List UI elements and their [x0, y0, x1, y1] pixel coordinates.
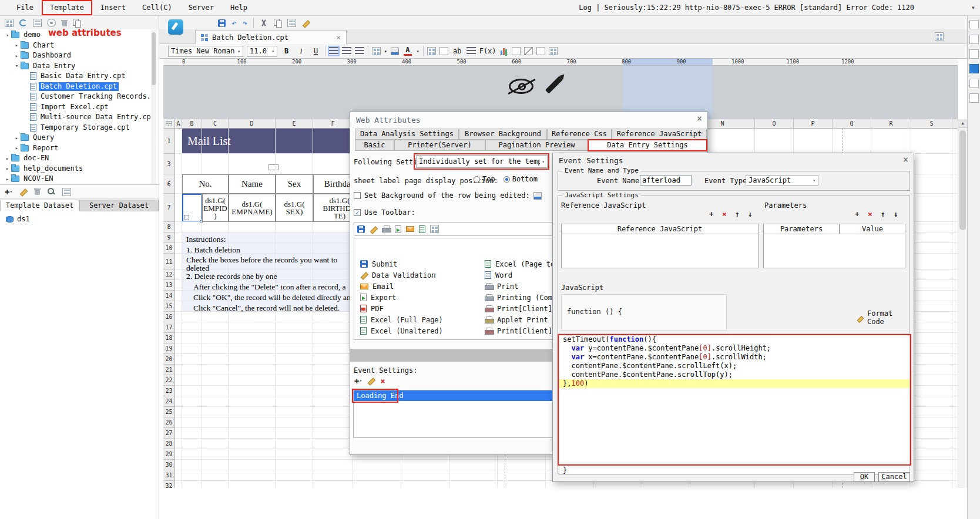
set-background-checkbox[interactable]	[354, 192, 361, 199]
panel-divider[interactable]	[159, 16, 159, 519]
align-left-icon[interactable]	[329, 47, 338, 55]
row-header-27[interactable]: 27	[163, 428, 174, 439]
validate-icon[interactable]	[370, 225, 377, 233]
hyperlink-icon[interactable]	[969, 93, 979, 103]
report-header-cell-sex[interactable]: Sex	[276, 174, 313, 194]
tree-item-ncov-en[interactable]: ▸NCOV-EN	[0, 174, 150, 184]
format-painter-icon[interactable]	[302, 19, 310, 27]
remove-icon[interactable]: ×	[865, 210, 875, 218]
tab-pagination-preview[interactable]: Pagination Preview	[485, 140, 588, 151]
widget-settings-icon[interactable]	[969, 64, 979, 73]
row-header-9[interactable]: 9	[163, 232, 174, 243]
column-header-r[interactable]: R	[871, 119, 911, 128]
tree-item-customer-tracking-records-cpt[interactable]: Customer Tracking Records.cpt	[0, 92, 150, 102]
chevron-down-icon[interactable]	[971, 0, 975, 16]
font-family-select[interactable]: Times New Roman	[168, 46, 243, 57]
event-name-input[interactable]	[640, 175, 692, 186]
event-type-select[interactable]: JavaScript	[746, 175, 818, 186]
tree-item-batch-deletion-cpt[interactable]: Batch Deletion.cpt	[0, 82, 150, 92]
expand-arrow-icon[interactable]: ▸	[13, 53, 21, 59]
merge-cells-icon[interactable]	[427, 47, 436, 55]
preview-dataset-icon[interactable]	[48, 188, 55, 196]
new-template-icon[interactable]	[5, 19, 14, 27]
switch-view-icon[interactable]	[935, 32, 944, 41]
cancel-button[interactable]: Cancel	[878, 472, 910, 482]
parameters-table-body[interactable]	[763, 234, 905, 268]
move-up-icon[interactable]: ↑	[878, 210, 888, 218]
row-header-25[interactable]: 25	[163, 407, 174, 417]
select-all-corner[interactable]	[163, 119, 175, 129]
row-header-17[interactable]: 17	[163, 322, 174, 333]
tree-item-query[interactable]: ▸Query	[0, 133, 150, 143]
edit-icon-image[interactable]	[545, 76, 563, 93]
insert-chart-icon[interactable]	[500, 48, 508, 55]
row-header-10[interactable]: 10	[163, 243, 174, 254]
row-header-16[interactable]: 16	[163, 312, 174, 322]
scrollbar-thumb[interactable]	[959, 130, 966, 230]
dataset-item-ds1[interactable]: ds1	[0, 211, 159, 227]
view-list-icon[interactable]	[33, 19, 42, 27]
border-icon[interactable]	[372, 47, 381, 55]
report-data-cell[interactable]: ds1.G( EMPNAME)	[229, 194, 276, 222]
shrink-text-button[interactable]: ab	[452, 46, 463, 57]
tab-reference-css[interactable]: Reference Css	[547, 129, 612, 140]
tab-reference-javascript[interactable]: Reference JavaScript	[612, 129, 707, 140]
expand-arrow-icon[interactable]: ▸	[13, 135, 21, 141]
row-header-6[interactable]: 6	[163, 174, 174, 194]
undo-icon[interactable]: ↶	[231, 19, 236, 27]
tree-item-temporary-storage-cpt[interactable]: Temporary Storage.cpt	[0, 123, 150, 133]
tree-item-report[interactable]: ▸Report	[0, 143, 150, 154]
radio-icon[interactable]	[504, 176, 510, 183]
row-header-14[interactable]: 14	[163, 291, 174, 301]
column-header-f[interactable]: F	[313, 119, 353, 128]
toolbar-item-pdf[interactable]: PDF	[360, 303, 384, 314]
row-header-13[interactable]: 13	[163, 280, 174, 291]
row-header-24[interactable]: 24	[163, 396, 174, 407]
insert-widget-icon[interactable]	[549, 47, 558, 55]
collapse-arrow-icon[interactable]: ▾	[4, 32, 11, 38]
bold-button[interactable]: B	[281, 46, 292, 57]
dataset-tab-server-dataset[interactable]: Server Dataset	[79, 200, 159, 211]
toolbar-item-excel-full-page[interactable]: Excel (Full Page)	[360, 314, 443, 325]
radio-bottom[interactable]: Bottom	[504, 175, 538, 183]
javascript-code-editor[interactable]: setTimeout(function(){ var y=contentPane…	[559, 333, 910, 475]
toolbar-item-print[interactable]: Print	[485, 281, 518, 292]
tab-data-entry-settings[interactable]: Data Entry Settings	[588, 140, 707, 151]
column-header-p[interactable]: P	[794, 119, 833, 128]
column-header-a[interactable]: A	[175, 119, 182, 128]
insert-image-icon[interactable]	[512, 47, 521, 55]
vertical-scrollbar[interactable]	[958, 119, 967, 488]
redo-icon[interactable]: ↷	[242, 19, 247, 27]
column-header-e[interactable]: E	[276, 119, 313, 128]
tree-scrollbar[interactable]	[151, 30, 156, 184]
row-header-26[interactable]: 26	[163, 417, 174, 428]
close-icon[interactable]	[697, 114, 702, 123]
floating-element-icon[interactable]	[969, 49, 979, 59]
following-settings-select[interactable]: Individually set for the template	[416, 155, 548, 168]
tab-batch-deletion[interactable]: Batch Deletion.cpt	[195, 30, 347, 44]
column-header-s[interactable]: S	[911, 119, 952, 128]
paste-icon[interactable]	[287, 19, 296, 27]
insert-shape-icon[interactable]	[536, 47, 545, 55]
tab-printer-server[interactable]: Printer(Server)	[394, 140, 485, 151]
move-down-icon[interactable]: ↓	[891, 210, 901, 218]
ok-button[interactable]: OK	[854, 472, 875, 482]
add-event-button[interactable]: +▾	[354, 378, 362, 385]
scroll-up-icon[interactable]	[958, 119, 967, 128]
expand-arrow-icon[interactable]: ▸	[4, 156, 11, 161]
add-icon[interactable]: +	[853, 210, 862, 218]
tab-basic[interactable]: Basic	[355, 140, 394, 151]
toolbar-item-print-client[interactable]: Print[Client]	[485, 325, 552, 336]
close-icon[interactable]	[903, 156, 908, 164]
cell-element-icon[interactable]	[969, 20, 979, 29]
font-color-icon[interactable]: A	[402, 46, 413, 56]
delete-icon[interactable]	[61, 19, 68, 27]
toolbar-item-excel-unaltered[interactable]: Excel (Unaltered)	[360, 325, 443, 336]
dataset-tab-template-dataset[interactable]: Template Dataset	[0, 200, 79, 211]
italic-button[interactable]: I	[296, 46, 307, 57]
toolbar-item-data-validation[interactable]: Data Validation	[360, 269, 435, 281]
chevron-down-icon[interactable]: ▾	[384, 49, 387, 54]
row-header-19[interactable]: 19	[163, 343, 174, 354]
radio-top[interactable]: Top	[474, 175, 495, 183]
row-header-20[interactable]: 20	[163, 354, 174, 365]
